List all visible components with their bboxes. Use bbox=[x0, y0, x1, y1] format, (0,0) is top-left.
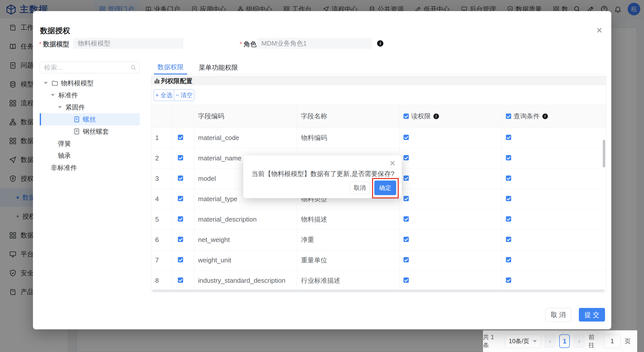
page-size-select[interactable]: 10条/页 bbox=[505, 335, 541, 348]
read-checkbox[interactable] bbox=[404, 135, 409, 140]
horizontal-scrollbar[interactable] bbox=[152, 290, 605, 292]
field-code-header: 字段编码 bbox=[194, 105, 297, 128]
read-checkbox[interactable] bbox=[404, 155, 409, 160]
column-chart-icon bbox=[155, 78, 159, 84]
caret-down-icon[interactable] bbox=[44, 82, 48, 84]
role-label: *角色 bbox=[239, 40, 257, 49]
search-icon bbox=[130, 64, 136, 71]
next-page-button[interactable]: › bbox=[574, 335, 584, 348]
close-icon[interactable]: ✕ bbox=[389, 159, 396, 168]
tree-node-standard[interactable]: 标准件 bbox=[40, 89, 140, 101]
tab-menu-permission[interactable]: 菜单功能权限 bbox=[195, 60, 242, 75]
tree-node-bearing[interactable]: 轴承 bbox=[40, 150, 140, 162]
section-title: 列权限配置 bbox=[161, 77, 192, 85]
model-tree: 物料根模型 标准件 紧固件 螺丝 钢丝螺套 弹簧 轴承 非标准件 bbox=[40, 77, 140, 174]
tree-node-wire-insert[interactable]: 钢丝螺套 bbox=[40, 125, 140, 137]
read-permission-header: 读权限i bbox=[399, 105, 502, 128]
required-asterisk: * bbox=[239, 40, 242, 48]
page-unit-label: 页 bbox=[625, 337, 631, 345]
section-header: 列权限配置 bbox=[151, 76, 606, 85]
current-page-button[interactable]: 1 bbox=[559, 334, 570, 348]
query-info-icon[interactable]: i bbox=[542, 114, 548, 119]
index-header bbox=[151, 105, 172, 128]
row-checkbox[interactable] bbox=[178, 155, 183, 160]
tree-node-screw[interactable]: 螺丝 bbox=[40, 113, 140, 125]
permission-tabs: 数据权限 菜单功能权限 bbox=[151, 60, 606, 75]
model-tree-panel: 物料根模型 标准件 紧固件 螺丝 钢丝螺套 弹簧 轴承 非标准件 bbox=[40, 62, 140, 174]
row-checkbox[interactable] bbox=[178, 135, 183, 140]
minus-icon: − bbox=[175, 92, 179, 99]
query-condition-checkbox[interactable] bbox=[506, 114, 511, 119]
query-checkbox[interactable] bbox=[506, 175, 511, 181]
field-name-header: 字段名称 bbox=[297, 105, 399, 128]
tree-node-spring[interactable]: 弹簧 bbox=[40, 137, 140, 150]
table-row: 5material_description物料描述 bbox=[151, 209, 606, 230]
row-checkbox[interactable] bbox=[178, 257, 183, 262]
tree-search bbox=[40, 62, 140, 73]
confirm-message: 当前【物料根模型】数据有了更新,是否需要保存? bbox=[252, 169, 394, 178]
table-row: 8industry_standard_description行业标准描述 bbox=[151, 270, 606, 291]
modal-submit-button[interactable]: 提 交 bbox=[579, 308, 605, 322]
row-checkbox[interactable] bbox=[178, 216, 183, 222]
query-checkbox[interactable] bbox=[506, 196, 511, 201]
query-checkbox[interactable] bbox=[506, 216, 511, 222]
caret-down-icon[interactable] bbox=[51, 94, 55, 96]
query-checkbox[interactable] bbox=[506, 155, 511, 160]
select-all-button[interactable]: +全选 bbox=[154, 89, 174, 101]
tree-search-input[interactable] bbox=[40, 62, 140, 73]
confirm-cancel-button[interactable]: 取消 bbox=[350, 182, 370, 194]
query-checkbox[interactable] bbox=[506, 277, 511, 283]
row-checkbox[interactable] bbox=[178, 237, 183, 242]
plus-icon: + bbox=[155, 92, 159, 99]
tree-node-nonstandard[interactable]: 非标准件 bbox=[40, 162, 140, 174]
goto-label: 前往 bbox=[588, 333, 600, 349]
table-header-row: 字段编码 字段名称 读权限i 查询条件i bbox=[151, 105, 606, 128]
doc-icon bbox=[73, 128, 80, 135]
table-row: 1material_code物料编码 bbox=[151, 128, 606, 148]
close-icon[interactable]: × bbox=[596, 25, 602, 35]
tree-node-fastener[interactable]: 紧固件 bbox=[40, 101, 140, 113]
goto-page-input[interactable] bbox=[604, 335, 621, 348]
row-checkbox[interactable] bbox=[178, 175, 183, 181]
modal-cancel-button[interactable]: 取 消 bbox=[545, 308, 571, 322]
caret-down-icon[interactable] bbox=[58, 106, 62, 109]
read-checkbox[interactable] bbox=[404, 237, 409, 242]
pagination-total: 共 1 条 bbox=[483, 333, 501, 349]
data-model-label: *数据模型 bbox=[39, 40, 69, 49]
row-checkbox[interactable] bbox=[178, 196, 183, 201]
table-row: 6net_weight净重 bbox=[151, 230, 606, 250]
read-info-icon[interactable]: i bbox=[433, 114, 439, 119]
query-condition-header: 查询条件i bbox=[502, 105, 606, 128]
table-row: 7weight_unit重量单位 bbox=[151, 250, 606, 270]
read-checkbox[interactable] bbox=[404, 257, 409, 262]
query-checkbox[interactable] bbox=[506, 237, 511, 242]
tab-data-permission[interactable]: 数据权限 bbox=[154, 60, 187, 75]
prev-page-button[interactable]: ‹ bbox=[545, 335, 555, 348]
role-info-icon[interactable]: i bbox=[377, 40, 383, 47]
data-model-input[interactable] bbox=[73, 38, 183, 49]
doc-icon bbox=[73, 116, 80, 123]
read-checkbox[interactable] bbox=[404, 196, 409, 201]
row-checkbox[interactable] bbox=[178, 277, 183, 283]
chevron-down-icon bbox=[533, 340, 537, 342]
red-annotation-box bbox=[372, 178, 399, 198]
pagination-bar: 共 1 条 10条/页 ‹ 1 › 前往 页 bbox=[483, 330, 637, 352]
modal-title: 数据授权 bbox=[40, 26, 70, 36]
folder-icon bbox=[51, 80, 58, 87]
query-checkbox[interactable] bbox=[506, 257, 511, 262]
role-input[interactable] bbox=[257, 38, 372, 49]
read-checkbox[interactable] bbox=[404, 216, 409, 222]
table-toolbar: +全选 −清空 bbox=[151, 85, 606, 105]
read-permission-checkbox[interactable] bbox=[404, 114, 409, 119]
clear-button[interactable]: −清空 bbox=[174, 89, 194, 101]
required-asterisk: * bbox=[39, 40, 42, 48]
query-checkbox[interactable] bbox=[506, 135, 511, 140]
tree-node-root[interactable]: 物料根模型 bbox=[40, 77, 140, 89]
vertical-scrollbar[interactable] bbox=[603, 140, 605, 167]
read-checkbox[interactable] bbox=[404, 175, 409, 181]
read-checkbox[interactable] bbox=[404, 277, 409, 283]
row-select-header bbox=[172, 105, 194, 128]
